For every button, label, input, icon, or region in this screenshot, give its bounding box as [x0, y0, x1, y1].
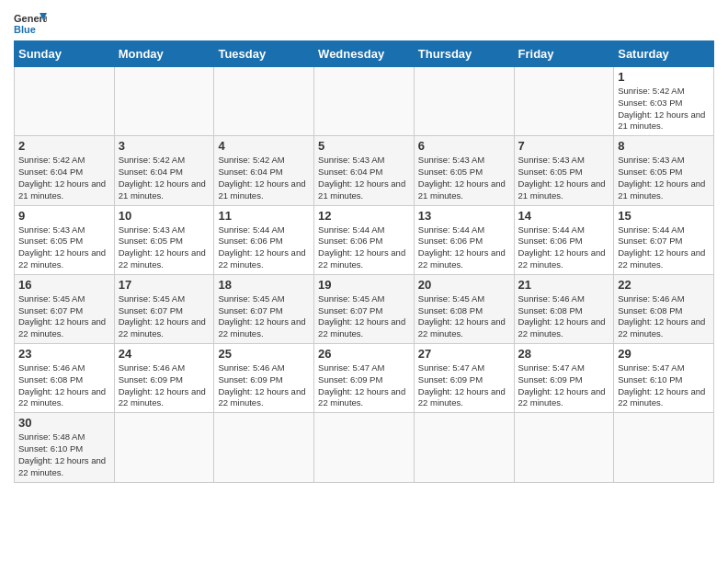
calendar-cell: 20Sunrise: 5:45 AMSunset: 6:08 PMDayligh…: [414, 274, 514, 343]
svg-text:Blue: Blue: [14, 24, 36, 35]
day-number: 26: [318, 347, 410, 361]
calendar-cell: 26Sunrise: 5:47 AMSunset: 6:09 PMDayligh…: [314, 344, 415, 413]
day-number: 28: [518, 347, 610, 361]
calendar-cell: 11Sunrise: 5:44 AMSunset: 6:06 PMDayligh…: [214, 205, 314, 274]
header-cell-friday: Friday: [514, 41, 614, 67]
calendar-cell: [214, 67, 314, 136]
header-cell-saturday: Saturday: [614, 41, 714, 67]
calendar-cell: 30Sunrise: 5:48 AMSunset: 6:10 PMDayligh…: [15, 413, 115, 482]
day-info: Sunrise: 5:44 AMSunset: 6:06 PMDaylight:…: [418, 224, 510, 271]
calendar-cell: [614, 413, 714, 482]
day-number: 16: [18, 278, 110, 292]
calendar-week-row: 9Sunrise: 5:43 AMSunset: 6:05 PMDaylight…: [15, 205, 714, 274]
calendar-cell: [314, 67, 415, 136]
calendar-cell: [15, 67, 115, 136]
day-info: Sunrise: 5:42 AMSunset: 6:03 PMDaylight:…: [618, 86, 710, 132]
day-info: Sunrise: 5:46 AMSunset: 6:08 PMDaylight:…: [518, 293, 610, 340]
calendar-cell: 19Sunrise: 5:45 AMSunset: 6:07 PMDayligh…: [314, 274, 415, 343]
calendar-week-row: 23Sunrise: 5:46 AMSunset: 6:08 PMDayligh…: [15, 344, 714, 413]
calendar-cell: 29Sunrise: 5:47 AMSunset: 6:10 PMDayligh…: [614, 344, 714, 413]
general-blue-logo-icon: General Blue: [14, 9, 47, 37]
day-info: Sunrise: 5:44 AMSunset: 6:06 PMDaylight:…: [218, 224, 310, 271]
day-number: 15: [618, 209, 710, 223]
calendar-cell: 6Sunrise: 5:43 AMSunset: 6:05 PMDaylight…: [414, 136, 514, 205]
calendar-cell: 24Sunrise: 5:46 AMSunset: 6:09 PMDayligh…: [114, 344, 214, 413]
calendar-cell: 28Sunrise: 5:47 AMSunset: 6:09 PMDayligh…: [514, 344, 614, 413]
calendar-cell: 23Sunrise: 5:46 AMSunset: 6:08 PMDayligh…: [15, 344, 115, 413]
day-info: Sunrise: 5:47 AMSunset: 6:09 PMDaylight:…: [318, 362, 410, 409]
calendar-week-row: 30Sunrise: 5:48 AMSunset: 6:10 PMDayligh…: [15, 413, 714, 482]
calendar-cell: [114, 413, 214, 482]
day-info: Sunrise: 5:46 AMSunset: 6:09 PMDaylight:…: [119, 362, 210, 409]
day-info: Sunrise: 5:47 AMSunset: 6:10 PMDaylight:…: [618, 362, 710, 409]
day-number: 23: [18, 347, 110, 361]
day-number: 14: [518, 209, 610, 223]
calendar-cell: 22Sunrise: 5:46 AMSunset: 6:08 PMDayligh…: [614, 274, 714, 343]
calendar-cell: 21Sunrise: 5:46 AMSunset: 6:08 PMDayligh…: [514, 274, 614, 343]
calendar-cell: 2Sunrise: 5:42 AMSunset: 6:04 PMDaylight…: [15, 136, 115, 205]
day-info: Sunrise: 5:47 AMSunset: 6:09 PMDaylight:…: [518, 362, 610, 409]
day-number: 4: [218, 139, 310, 153]
day-number: 21: [518, 278, 610, 292]
day-info: Sunrise: 5:43 AMSunset: 6:05 PMDaylight:…: [119, 224, 210, 271]
calendar-cell: 18Sunrise: 5:45 AMSunset: 6:07 PMDayligh…: [214, 274, 314, 343]
day-info: Sunrise: 5:43 AMSunset: 6:05 PMDaylight:…: [418, 155, 510, 201]
day-info: Sunrise: 5:42 AMSunset: 6:04 PMDaylight:…: [119, 155, 210, 201]
day-number: 1: [618, 70, 710, 84]
calendar-cell: 3Sunrise: 5:42 AMSunset: 6:04 PMDaylight…: [114, 136, 214, 205]
day-info: Sunrise: 5:45 AMSunset: 6:07 PMDaylight:…: [318, 293, 410, 340]
day-info: Sunrise: 5:48 AMSunset: 6:10 PMDaylight:…: [18, 431, 110, 478]
calendar-cell: 10Sunrise: 5:43 AMSunset: 6:05 PMDayligh…: [114, 205, 214, 274]
day-info: Sunrise: 5:46 AMSunset: 6:08 PMDaylight:…: [618, 293, 710, 340]
day-info: Sunrise: 5:43 AMSunset: 6:04 PMDaylight:…: [318, 155, 410, 201]
day-info: Sunrise: 5:42 AMSunset: 6:04 PMDaylight:…: [18, 155, 110, 201]
day-number: 6: [418, 139, 510, 153]
day-number: 7: [518, 139, 610, 153]
day-number: 17: [119, 278, 210, 292]
day-number: 18: [218, 278, 310, 292]
calendar-cell: 12Sunrise: 5:44 AMSunset: 6:06 PMDayligh…: [314, 205, 415, 274]
calendar-cell: 9Sunrise: 5:43 AMSunset: 6:05 PMDaylight…: [15, 205, 115, 274]
calendar-cell: 15Sunrise: 5:44 AMSunset: 6:07 PMDayligh…: [614, 205, 714, 274]
calendar-week-row: 16Sunrise: 5:45 AMSunset: 6:07 PMDayligh…: [15, 274, 714, 343]
day-info: Sunrise: 5:43 AMSunset: 6:05 PMDaylight:…: [518, 155, 610, 201]
day-number: 24: [119, 347, 210, 361]
header-cell-monday: Monday: [114, 41, 214, 67]
calendar-body: 1Sunrise: 5:42 AMSunset: 6:03 PMDaylight…: [15, 67, 714, 483]
day-info: Sunrise: 5:47 AMSunset: 6:09 PMDaylight:…: [418, 362, 510, 409]
calendar-cell: [414, 413, 514, 482]
calendar-cell: [514, 67, 614, 136]
day-info: Sunrise: 5:45 AMSunset: 6:07 PMDaylight:…: [218, 293, 310, 340]
day-number: 30: [18, 416, 110, 430]
calendar-cell: [414, 67, 514, 136]
calendar-cell: 1Sunrise: 5:42 AMSunset: 6:03 PMDaylight…: [614, 67, 714, 136]
day-info: Sunrise: 5:45 AMSunset: 6:07 PMDaylight:…: [18, 293, 110, 340]
header-cell-thursday: Thursday: [414, 41, 514, 67]
header: General Blue: [14, 9, 714, 37]
calendar-cell: [214, 413, 314, 482]
calendar-week-row: 1Sunrise: 5:42 AMSunset: 6:03 PMDaylight…: [15, 67, 714, 136]
day-number: 8: [618, 139, 710, 153]
day-number: 22: [618, 278, 710, 292]
day-info: Sunrise: 5:44 AMSunset: 6:07 PMDaylight:…: [618, 224, 710, 271]
day-info: Sunrise: 5:43 AMSunset: 6:05 PMDaylight:…: [18, 224, 110, 271]
calendar-cell: [514, 413, 614, 482]
day-info: Sunrise: 5:46 AMSunset: 6:09 PMDaylight:…: [218, 362, 310, 409]
calendar-table: SundayMondayTuesdayWednesdayThursdayFrid…: [14, 40, 714, 483]
calendar-cell: 17Sunrise: 5:45 AMSunset: 6:07 PMDayligh…: [114, 274, 214, 343]
calendar-cell: 8Sunrise: 5:43 AMSunset: 6:05 PMDaylight…: [614, 136, 714, 205]
day-number: 5: [318, 139, 410, 153]
header-cell-wednesday: Wednesday: [314, 41, 415, 67]
day-number: 11: [218, 209, 310, 223]
calendar-cell: 16Sunrise: 5:45 AMSunset: 6:07 PMDayligh…: [15, 274, 115, 343]
day-number: 27: [418, 347, 510, 361]
day-number: 13: [418, 209, 510, 223]
calendar-cell: 5Sunrise: 5:43 AMSunset: 6:04 PMDaylight…: [314, 136, 415, 205]
day-number: 2: [18, 139, 110, 153]
calendar-cell: 4Sunrise: 5:42 AMSunset: 6:04 PMDaylight…: [214, 136, 314, 205]
day-info: Sunrise: 5:44 AMSunset: 6:06 PMDaylight:…: [318, 224, 410, 271]
day-number: 10: [119, 209, 210, 223]
calendar-cell: 14Sunrise: 5:44 AMSunset: 6:06 PMDayligh…: [514, 205, 614, 274]
day-number: 19: [318, 278, 410, 292]
day-info: Sunrise: 5:42 AMSunset: 6:04 PMDaylight:…: [218, 155, 310, 201]
